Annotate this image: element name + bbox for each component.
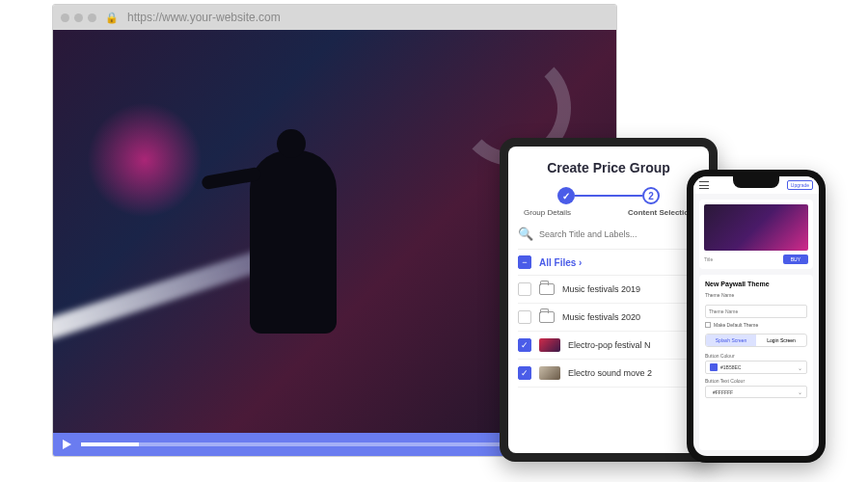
step-connector <box>575 195 642 197</box>
file-name: Music festivals 2019 <box>562 284 640 294</box>
tablet-screen: Create Price Group ✓ 2 Group Details Con… <box>508 147 709 453</box>
play-icon[interactable] <box>63 440 71 449</box>
step-1-label: Group Details <box>524 208 571 217</box>
browser-toolbar: 🔒 https://www.your-website.com <box>53 5 616 30</box>
file-checkbox[interactable]: ✓ <box>518 338 531 352</box>
theme-name-input[interactable] <box>705 305 807 318</box>
all-files-row[interactable]: − All Files › <box>518 249 699 276</box>
file-row[interactable]: Music festivals 2020 <box>518 304 699 332</box>
step-labels: Group Details Content Selection <box>518 208 699 217</box>
color-swatch <box>710 363 718 371</box>
window-dot[interactable] <box>61 13 69 22</box>
video-thumbnail <box>539 366 560 380</box>
file-name: Electro-pop festival N <box>568 340 651 350</box>
search-input[interactable] <box>539 229 699 239</box>
button-text-color-value: #FFFFFF <box>713 389 798 395</box>
video-thumbnail <box>539 338 560 352</box>
file-name: Electro sound move 2 <box>568 368 652 378</box>
folder-icon <box>539 311 555 323</box>
window-dot[interactable] <box>74 13 83 22</box>
folder-icon <box>539 283 555 295</box>
phone-device: Upgrade Title BUY New Paywall Theme Them… <box>687 170 826 463</box>
preview-image <box>704 204 808 251</box>
hamburger-icon[interactable] <box>699 181 709 189</box>
file-checkbox[interactable]: ✓ <box>518 366 531 380</box>
window-dot[interactable] <box>88 13 96 22</box>
search-icon[interactable]: 🔍 <box>518 227 533 241</box>
stepper: ✓ 2 <box>518 187 699 204</box>
file-row[interactable]: ✓ Electro-pop festival N <box>518 332 699 360</box>
default-theme-label: Make Default Theme <box>714 322 758 328</box>
file-name: Music festivals 2020 <box>562 312 640 322</box>
theme-name-label: Theme Name <box>705 292 807 298</box>
chevron-down-icon: ⌄ <box>798 388 802 395</box>
button-color-field[interactable]: #1B58EC ⌄ <box>705 361 807 374</box>
chevron-down-icon: ⌄ <box>798 364 802 371</box>
theme-form: New Paywall Theme Theme Name Make Defaul… <box>699 275 813 450</box>
button-text-color-field[interactable]: #FFFFFF ⌄ <box>705 386 807 398</box>
page-title: Create Price Group <box>518 160 699 175</box>
file-row[interactable]: Music festivals 2019 <box>518 276 699 304</box>
default-theme-row[interactable]: Make Default Theme <box>705 322 807 328</box>
button-color-value: #1B58EC <box>720 364 798 370</box>
phone-notch <box>733 176 779 188</box>
tab-splash[interactable]: Splash Screen <box>706 335 756 346</box>
screen-tabs: Splash Screen Login Screen <box>705 334 807 347</box>
paywall-preview: Title BUY <box>699 200 813 269</box>
buy-button[interactable]: BUY <box>783 254 808 264</box>
tablet-device: Create Price Group ✓ 2 Group Details Con… <box>500 138 718 462</box>
performer-silhouette <box>250 150 337 334</box>
step-1-done-icon[interactable]: ✓ <box>557 187 575 204</box>
tab-login[interactable]: Login Screen <box>756 335 806 346</box>
button-color-label: Button Colour <box>705 353 807 359</box>
upgrade-button[interactable]: Upgrade <box>787 180 813 190</box>
all-files-label: All Files › <box>539 257 582 268</box>
step-2[interactable]: 2 <box>642 187 660 204</box>
step-2-label: Content Selection <box>628 208 693 217</box>
search-row: 🔍 <box>518 227 699 241</box>
default-theme-checkbox[interactable] <box>705 322 711 328</box>
all-files-checkbox[interactable]: − <box>518 255 531 269</box>
stage-light <box>87 102 203 218</box>
button-text-color-label: Button Text Colour <box>705 378 807 384</box>
file-checkbox[interactable] <box>518 310 531 324</box>
file-row[interactable]: ✓ Electro sound move 2 <box>518 360 699 388</box>
file-checkbox[interactable] <box>518 282 531 296</box>
phone-screen: Upgrade Title BUY New Paywall Theme Them… <box>693 176 819 456</box>
form-title: New Paywall Theme <box>705 281 807 287</box>
url-display: https://www.your-website.com <box>127 11 281 24</box>
lock-icon: 🔒 <box>105 12 119 24</box>
preview-title: Title <box>704 256 713 262</box>
